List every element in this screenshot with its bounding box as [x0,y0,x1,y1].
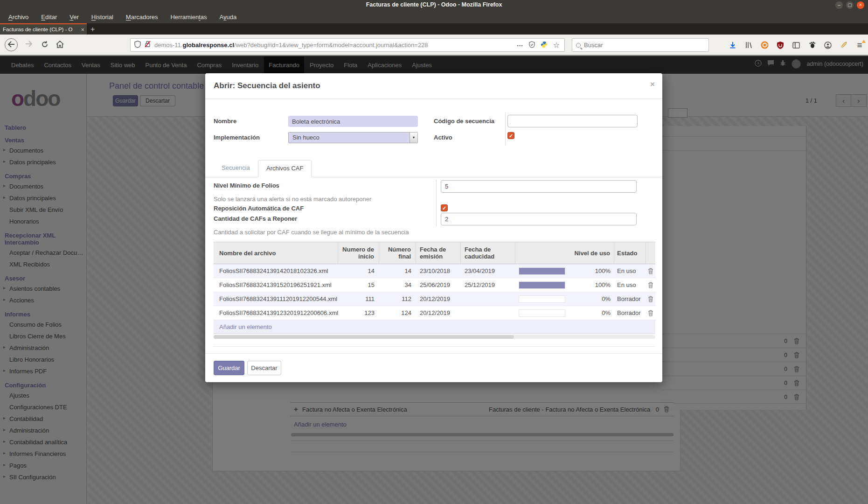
caf-table: Nombre del archivo Numero de inicio Núme… [214,242,655,334]
home-button[interactable] [53,38,66,51]
nivel-minimo-input[interactable] [441,180,637,193]
menu-item[interactable]: Ayuda [220,14,237,21]
cantidad-label: Cantidad de CAFs a Reponer [214,215,297,222]
col-final[interactable]: Número final [379,242,416,264]
menu-item[interactable]: Herramientas [170,14,207,21]
codigo-label: Código de secuencia [434,118,494,125]
chevron-down-icon: ▾ [410,133,417,143]
window-titlebar: Facturas de cliente (CLP) - Odoo - Mozil… [0,0,868,10]
implementacion-select[interactable]: Sin hueco ▾ [288,132,418,143]
modal-title: Abrir: Secuencia del asiento [214,81,320,91]
usage-progressbar [519,281,565,289]
activo-checkbox[interactable]: ✓ [507,132,514,139]
browser-tab[interactable]: Facturas de cliente (CLP) - O × [0,23,87,35]
window-close-button[interactable]: × [857,1,864,9]
caf-table-header: Nombre del archivo Numero de inicio Núme… [214,242,655,264]
tracking-shield-icon[interactable] [134,41,141,50]
add-element-link[interactable]: Añadir un elemento [214,320,655,334]
window-title: Facturas de cliente (CLP) - Odoo - Mozil… [0,1,868,8]
caf-table-row[interactable]: FoliosSII76883241391520196251921.xml 15 … [214,278,655,292]
extension-orange-icon[interactable] [760,41,769,50]
menu-item[interactable]: Historial [91,14,113,21]
modal-tabs: Secuencia Archivos CAF [205,159,662,177]
nombre-label: Nombre [214,118,236,125]
ublock-shield-icon[interactable] [776,41,785,50]
search-bar[interactable] [572,38,709,52]
col-uso[interactable]: Nivel de uso [515,242,614,264]
col-inicio[interactable]: Numero de inicio [338,242,379,264]
page-viewport: Debates Contactos Ventas Sitio web Punto… [0,55,868,504]
usage-progressbar [519,309,565,317]
extension-python-icon[interactable] [541,41,548,49]
delete-icon[interactable] [646,264,655,278]
reposicion-checkbox[interactable]: ✓ [441,204,448,211]
bookmark-star-icon[interactable]: ☆ [553,41,560,49]
gnome-foot-icon[interactable] [807,41,817,50]
nombre-input[interactable] [288,116,418,127]
col-emision[interactable]: Fecha de emisión [416,242,461,264]
col-estado[interactable]: Estado [614,242,646,264]
cantidad-help-text: Cantidad a solicitar por CAF cuando se l… [214,229,409,236]
search-input[interactable] [584,42,691,49]
library-icon[interactable] [744,41,753,50]
sidebar-toggle-icon[interactable] [792,41,801,50]
menu-item[interactable]: Marcadores [126,14,158,21]
reposicion-label: Reposición Automática de CAF [214,205,304,212]
delete-icon[interactable] [646,306,655,320]
search-icon [576,43,581,48]
table-scrollbar[interactable] [214,335,655,339]
sequence-modal: Abrir: Secuencia del asiento × Nombre Im… [205,73,662,382]
browser-menubar: Archivo Editar Ver Historial Marcadores … [0,10,868,23]
window-maximize-button[interactable]: ▢ [846,1,854,9]
menu-item[interactable]: Ver [69,14,79,21]
nivel-minimo-label: Nivel Mínimo de Folios [214,182,279,189]
caf-table-row[interactable]: FoliosSII7688324139142018102326.xml 14 1… [214,264,655,278]
caf-table-row[interactable]: FoliosSII7688324139111201912200544.xml 1… [214,292,655,306]
page-actions-icon[interactable]: ⋯ [517,42,523,49]
url-bar[interactable]: demos-11.globalresponse.cl/web?debug#id=… [130,38,565,52]
nivel-help-text: Solo se lanzará una alerta si no está ma… [214,196,371,203]
implementacion-label: Implementación [214,134,260,141]
col-archivo[interactable]: Nombre del archivo [214,242,338,264]
modal-close-icon[interactable]: × [650,80,655,89]
notes-feather-icon[interactable] [839,41,848,50]
new-tab-button[interactable]: + [90,24,95,35]
cantidad-input[interactable] [441,213,637,225]
insecure-lock-icon[interactable] [145,41,151,49]
reload-button[interactable] [38,38,51,51]
tab-archivos-caf[interactable]: Archivos CAF [258,160,312,177]
activo-label: Activo [434,134,452,141]
delete-icon[interactable] [646,278,655,292]
usage-progressbar [519,295,565,303]
download-icon[interactable] [728,41,737,50]
pocket-shield-icon[interactable] [529,41,535,49]
modal-footer: Guardar Descartar [205,353,662,382]
window-minimize-button[interactable]: – [835,1,843,9]
col-caducidad[interactable]: Fecha de caducidad [461,242,515,264]
browser-tabbar: Facturas de cliente (CLP) - O × + [0,23,868,35]
codigo-input[interactable] [507,115,638,127]
menu-item[interactable]: Editar [41,14,57,21]
menu-update-badge [862,40,866,43]
tab-close-icon[interactable]: × [81,25,84,35]
menu-icon[interactable]: ≡ [855,41,864,50]
usage-progressbar [519,267,565,275]
menu-item[interactable]: Archivo [8,14,28,21]
account-icon[interactable] [823,41,833,50]
save-button[interactable]: Guardar [214,361,244,375]
tab-secuencia[interactable]: Secuencia [214,160,258,177]
back-button[interactable] [5,38,18,51]
discard-button[interactable]: Descartar [247,361,281,375]
forward-button[interactable] [22,38,35,51]
delete-icon[interactable] [646,292,655,306]
url-text: demos-11.globalresponse.cl/web?debug#id=… [154,42,517,49]
caf-table-row[interactable]: FoliosSII7688324139123201912200606.xml 1… [214,306,655,320]
browser-toolbar: demos-11.globalresponse.cl/web?debug#id=… [0,35,868,55]
